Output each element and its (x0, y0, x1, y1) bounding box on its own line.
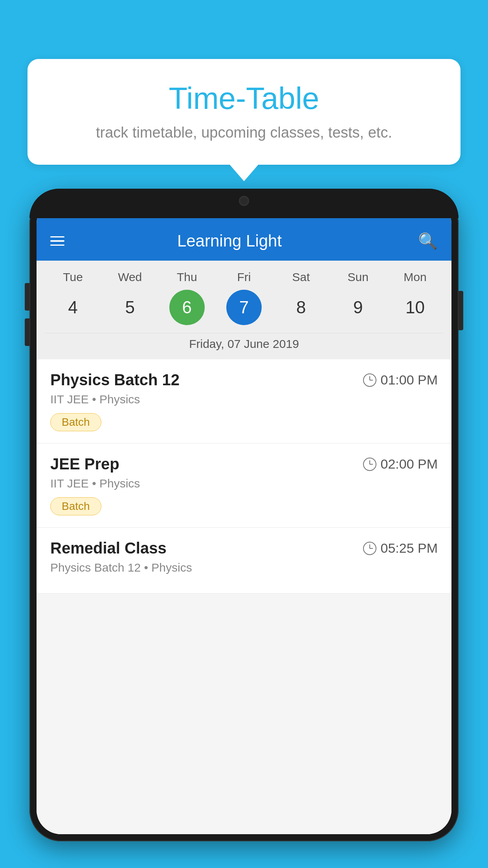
day-header-fri: Fri (226, 270, 262, 284)
schedule-item-3-title: Remedial Class (50, 539, 167, 557)
schedule-item-1-subtitle: IIT JEE • Physics (50, 393, 438, 406)
tooltip-container: Time-Table track timetable, upcoming cla… (28, 59, 460, 165)
day-header-sun: Sun (340, 270, 376, 284)
phone-screen: 14:29 ▼ (37, 196, 451, 834)
hamburger-line-2 (50, 240, 64, 242)
schedule-item-3-subtitle: Physics Batch 12 • Physics (50, 561, 438, 574)
hamburger-line-3 (50, 245, 64, 246)
day-7-selected[interactable]: 7 (226, 290, 262, 325)
calendar-strip: Tue Wed Thu Fri Sat Sun Mon 4 5 6 7 8 9 … (37, 261, 451, 359)
tooltip-subtitle: track timetable, upcoming classes, tests… (51, 124, 437, 141)
hamburger-line-1 (50, 236, 64, 238)
clock-icon-1 (363, 373, 376, 387)
tooltip-box: Time-Table track timetable, upcoming cla… (28, 59, 460, 165)
phone-frame: 14:29 ▼ (29, 189, 459, 868)
schedule-item-1-time: 01:00 PM (363, 372, 438, 388)
selected-date-label: Friday, 07 June 2019 (44, 333, 444, 359)
schedule-item-2-time: 02:00 PM (363, 456, 438, 472)
volume-down-button (25, 318, 29, 346)
schedule-item-2[interactable]: JEE Prep 02:00 PM IIT JEE • Physics Batc… (37, 443, 451, 528)
schedule-item-2-subtitle: IIT JEE • Physics (50, 477, 438, 490)
day-header-mon: Mon (397, 270, 433, 284)
phone-top-bar (29, 189, 459, 218)
schedule-item-2-header: JEE Prep 02:00 PM (50, 455, 438, 473)
clock-icon-3 (363, 542, 376, 555)
day-headers: Tue Wed Thu Fri Sat Sun Mon (44, 270, 444, 284)
power-button (459, 291, 463, 330)
day-header-tue: Tue (55, 270, 91, 284)
front-camera (239, 196, 249, 206)
day-5[interactable]: 5 (112, 290, 148, 325)
day-9[interactable]: 9 (340, 290, 376, 325)
schedule-item-3-header: Remedial Class 05:25 PM (50, 539, 438, 557)
schedule-item-3-time-text: 05:25 PM (380, 541, 438, 556)
day-8[interactable]: 8 (283, 290, 319, 325)
search-icon[interactable]: 🔍 (418, 232, 438, 250)
schedule-item-1-header: Physics Batch 12 01:00 PM (50, 371, 438, 389)
schedule-item-1[interactable]: Physics Batch 12 01:00 PM IIT JEE • Phys… (37, 359, 451, 443)
schedule-list: Physics Batch 12 01:00 PM IIT JEE • Phys… (37, 359, 451, 834)
day-6-today[interactable]: 6 (169, 290, 205, 325)
batch-badge-1: Batch (50, 413, 101, 431)
day-header-wed: Wed (112, 270, 148, 284)
app-title: Learning Light (76, 232, 383, 250)
schedule-item-3[interactable]: Remedial Class 05:25 PM Physics Batch 12… (37, 528, 451, 594)
phone-outer: 14:29 ▼ (29, 189, 459, 841)
volume-up-button (25, 283, 29, 311)
day-10[interactable]: 10 (397, 290, 433, 325)
clock-icon-2 (363, 458, 376, 471)
app-bar: Learning Light 🔍 (37, 221, 451, 261)
batch-badge-2: Batch (50, 497, 101, 515)
schedule-item-1-title: Physics Batch 12 (50, 371, 180, 389)
tooltip-title: Time-Table (51, 81, 437, 116)
day-4[interactable]: 4 (55, 290, 91, 325)
day-numbers: 4 5 6 7 8 9 10 (44, 290, 444, 325)
schedule-item-2-time-text: 02:00 PM (380, 456, 438, 472)
schedule-item-1-time-text: 01:00 PM (380, 372, 438, 388)
hamburger-menu-icon[interactable] (50, 236, 64, 246)
day-header-sat: Sat (283, 270, 319, 284)
day-header-thu: Thu (169, 270, 205, 284)
schedule-item-3-time: 05:25 PM (363, 541, 438, 556)
schedule-item-2-title: JEE Prep (50, 455, 119, 473)
